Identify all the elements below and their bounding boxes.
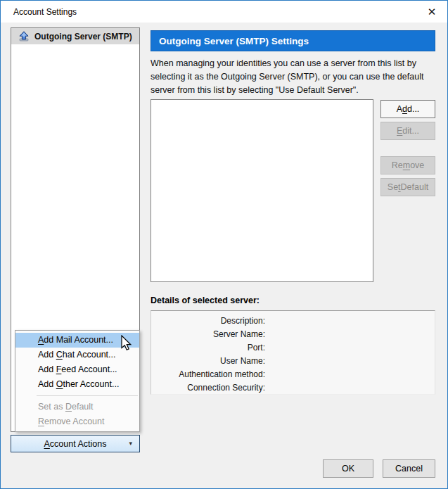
close-icon[interactable]: ✕	[422, 4, 442, 20]
sidebar-item-outgoing-server[interactable]: Outgoing Server (SMTP)	[11, 28, 139, 44]
edit-button[interactable]: Edit...	[380, 122, 435, 140]
detail-label-description: Description:	[151, 315, 265, 328]
menu-separator	[37, 395, 138, 396]
menu-item-add-chat-account[interactable]: Add Chat Account...	[15, 348, 139, 362]
panel-header: Outgoing Server (SMTP) Settings	[151, 30, 435, 51]
panel-description: When managing your identities you can us…	[151, 57, 435, 96]
detail-label-port: Port:	[151, 341, 265, 355]
add-button[interactable]: Add...	[380, 100, 435, 118]
sidebar-item-label: Outgoing Server (SMTP)	[34, 32, 132, 42]
cancel-button[interactable]: Cancel	[383, 459, 435, 478]
window-title: Account Settings	[13, 7, 77, 17]
details-box: Description: Server Name: Port: User Nam…	[151, 310, 435, 395]
remove-button[interactable]: Remove	[380, 156, 435, 174]
menu-item-add-feed-account[interactable]: Add Feed Account...	[15, 362, 139, 377]
dropdown-caret-icon: ▾	[129, 440, 132, 447]
menu-item-set-as-default[interactable]: Set as Default	[15, 400, 139, 414]
ok-button[interactable]: OK	[323, 459, 373, 478]
detail-label-authentication-method: Authentication method:	[151, 368, 265, 381]
detail-label-connection-security: Connection Security:	[151, 381, 265, 395]
set-default-button[interactable]: Set Default	[380, 178, 435, 196]
details-title: Details of selected server:	[151, 296, 260, 305]
outgoing-server-icon	[18, 31, 30, 42]
titlebar: Account Settings ✕	[1, 1, 447, 23]
menu-item-remove-account[interactable]: Remove Account	[15, 414, 139, 429]
menu-item-add-other-account[interactable]: Add Other Account...	[15, 377, 139, 392]
detail-label-user-name: User Name:	[151, 355, 265, 368]
menu-item-add-mail-account[interactable]: Add Mail Account...	[15, 333, 139, 348]
panel-header-title: Outgoing Server (SMTP) Settings	[159, 36, 309, 46]
account-actions-button[interactable]: Account Actions ▾	[11, 435, 140, 452]
account-actions-menu: Add Mail Account... Add Chat Account... …	[15, 330, 140, 432]
smtp-server-listbox[interactable]	[151, 99, 373, 282]
account-actions-label: Account Actions	[44, 439, 107, 449]
detail-label-server-name: Server Name:	[151, 328, 265, 341]
account-settings-dialog: Account Settings ✕ Outgoing Server (SMTP…	[0, 0, 448, 489]
